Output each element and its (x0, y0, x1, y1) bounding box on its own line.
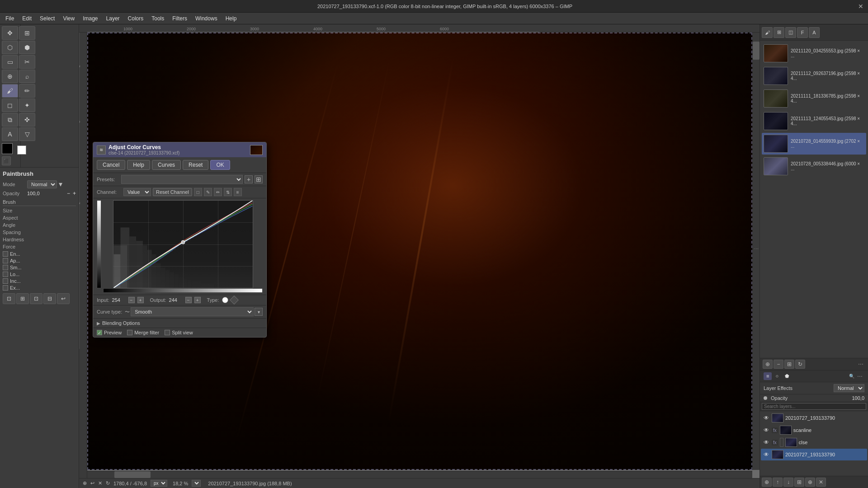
move-tool-btn[interactable]: ✥ (2, 26, 18, 40)
curvetype-select[interactable]: Smooth Linear (131, 307, 254, 316)
lower-layer-btn[interactable]: ↓ (783, 478, 793, 487)
layer-mode-select[interactable]: Normal Multiply Screen (834, 384, 864, 392)
presets-options-button[interactable]: ⊞ (255, 175, 263, 183)
reset-button[interactable]: Reset (183, 160, 208, 170)
layer-item-0[interactable]: 👁 20210727_193133790 (761, 412, 867, 424)
image-item-0[interactable]: 20211120_034255553.jpg (2598 × ... (762, 42, 866, 64)
fuzzy-select-btn[interactable]: ⬢ (19, 41, 35, 54)
layer-visibility-0[interactable]: 👁 (763, 414, 770, 422)
tool-icon-1[interactable]: ⊡ (3, 293, 15, 304)
layer-item-2[interactable]: 👁 fx clse (761, 436, 867, 448)
incremental-checkbox[interactable] (3, 278, 8, 284)
presets-select[interactable] (121, 175, 243, 184)
curve-flip-btn[interactable]: ⇅ (224, 188, 232, 196)
preview-toggle[interactable]: ✓ Preview (97, 330, 122, 335)
paths-tab[interactable]: ⬟ (782, 372, 792, 380)
new-image-btn[interactable]: ⊕ (763, 360, 773, 369)
duplicate-image-btn[interactable]: ⊞ (784, 360, 794, 369)
menu-help[interactable]: Help (222, 14, 241, 23)
image-item-3[interactable]: 20211113_124055453.jpg (2598 × 4... (762, 110, 866, 132)
layer-search-input[interactable] (762, 403, 866, 410)
tool-icon-3[interactable]: ⊡ (30, 293, 42, 304)
apply-pressure-toggle[interactable]: Ap... (3, 258, 76, 263)
panel-resize-btn[interactable]: ⋯ (753, 246, 760, 251)
layer-visibility-2[interactable]: 👁 (763, 439, 770, 446)
enable-jitter-checkbox[interactable] (3, 251, 8, 257)
gradient-btn[interactable]: ◫ (785, 27, 796, 38)
status-icon-undo[interactable]: ↩ (90, 480, 94, 486)
curvetype-expand-btn[interactable]: ▾ (255, 308, 263, 316)
delete-image-btn[interactable]: − (774, 360, 783, 369)
image-item-2[interactable]: 20211111_181336785.jpg (2598 × 4... (762, 88, 866, 109)
cancel-button[interactable]: Cancel (97, 160, 125, 170)
menu-tools[interactable]: Tools (148, 14, 168, 23)
bucket-fill-btn[interactable]: ▽ (19, 127, 35, 141)
curve-options-btn[interactable]: ≡ (234, 188, 242, 196)
curves-titlebar[interactable]: ≋ Adjust Color Curves clse-14 (20210727_… (93, 142, 266, 157)
image-item-4[interactable]: 20210728_014559939.jpg (2702 × ... (762, 133, 866, 155)
rect-select-btn[interactable]: ▭ (2, 55, 18, 69)
brush-preset-btn[interactable]: 🖌 (762, 27, 773, 38)
expand-toggle[interactable]: Ex... (3, 285, 76, 291)
mode-select[interactable]: Normal (27, 180, 57, 188)
blending-toggle[interactable]: ▶ Blending Options (97, 320, 263, 326)
duplicate-layer-btn[interactable]: ⊞ (794, 478, 804, 487)
menu-filters[interactable]: Filters (169, 14, 191, 23)
align-tool-btn[interactable]: ⊞ (19, 26, 35, 40)
input-minus-btn[interactable]: − (128, 297, 135, 303)
merge-filter-checkbox[interactable] (127, 330, 132, 335)
transform-btn[interactable]: ⬛ (2, 156, 11, 165)
panel-search-btn[interactable]: 🔍 (849, 374, 854, 379)
anchor-layer-btn[interactable]: ⊕ (805, 478, 815, 487)
merge-filter-toggle[interactable]: Merge filter (127, 330, 159, 335)
mode-arrow[interactable]: ▾ (59, 180, 62, 188)
presets-add-button[interactable]: + (245, 175, 253, 183)
lock-brush-checkbox[interactable] (3, 272, 8, 277)
channel-select[interactable]: Value Red Green Blue Alpha (123, 188, 151, 196)
enable-jitter-toggle[interactable]: En... (3, 251, 76, 257)
menu-edit[interactable]: Edit (19, 14, 35, 23)
preview-checkbox[interactable]: ✓ (97, 330, 102, 335)
split-view-toggle[interactable]: Split view (165, 330, 193, 335)
layer-visibility-3[interactable]: 👁 (763, 451, 770, 458)
split-view-checkbox[interactable] (165, 330, 170, 335)
incremental-toggle[interactable]: Inc... (3, 278, 76, 284)
menu-windows[interactable]: Windows (192, 14, 221, 23)
horizontal-scrollbar[interactable] (87, 471, 752, 478)
layer-item-1[interactable]: 👁 fx scanline (761, 424, 867, 436)
input-plus-btn[interactable]: + (137, 297, 144, 303)
image-item-1[interactable]: 20211112_092637196.jpg (2598 × 4... (762, 65, 866, 87)
curves-button[interactable]: Curves (152, 160, 181, 170)
eraser-btn[interactable]: ◻ (2, 99, 18, 112)
palette-btn[interactable]: A (809, 27, 820, 38)
tool-icon-5[interactable]: ↩ (57, 293, 70, 304)
channels-tab[interactable]: ○ (773, 372, 781, 380)
help-button[interactable]: Help (127, 160, 150, 170)
new-layer-btn[interactable]: ⊕ (762, 478, 772, 487)
menu-image[interactable]: Image (79, 14, 101, 23)
airbrush-btn[interactable]: ✦ (19, 99, 35, 112)
opacity-plus[interactable]: + (73, 190, 76, 197)
text-btn[interactable]: A (2, 127, 18, 141)
paintbrush-btn[interactable]: 🖌 (2, 84, 18, 98)
layer-item-3[interactable]: 👁 20210727_193133790 (761, 449, 867, 460)
curve-line-btn[interactable]: □ (194, 188, 202, 196)
curve-pencil-btn[interactable]: ✎ (204, 188, 212, 196)
apply-pressure-checkbox[interactable] (3, 258, 8, 263)
menu-select[interactable]: Select (36, 14, 58, 23)
type-circle-btn[interactable] (222, 297, 228, 303)
colorpick-btn[interactable]: ⊕ (2, 70, 18, 83)
refresh-image-btn[interactable]: ↻ (795, 360, 805, 369)
unit-select[interactable]: px (151, 480, 167, 487)
tool-icon-2[interactable]: ⊞ (16, 293, 29, 304)
zoom-btn[interactable]: ⌕ (19, 70, 35, 83)
type-diamond-btn[interactable] (230, 296, 239, 305)
free-select-btn[interactable]: ⬡ (2, 41, 18, 54)
raise-layer-btn[interactable]: ↑ (773, 478, 783, 487)
image-item-5[interactable]: 20210728_005338446.jpg (6000 × ... (762, 155, 866, 177)
pencil-btn[interactable]: ✏ (19, 84, 35, 98)
titlebar-close[interactable]: ✕ (858, 3, 863, 10)
menu-layer[interactable]: Layer (103, 14, 123, 23)
menu-file[interactable]: File (2, 14, 18, 23)
output-plus-btn[interactable]: + (194, 297, 201, 303)
